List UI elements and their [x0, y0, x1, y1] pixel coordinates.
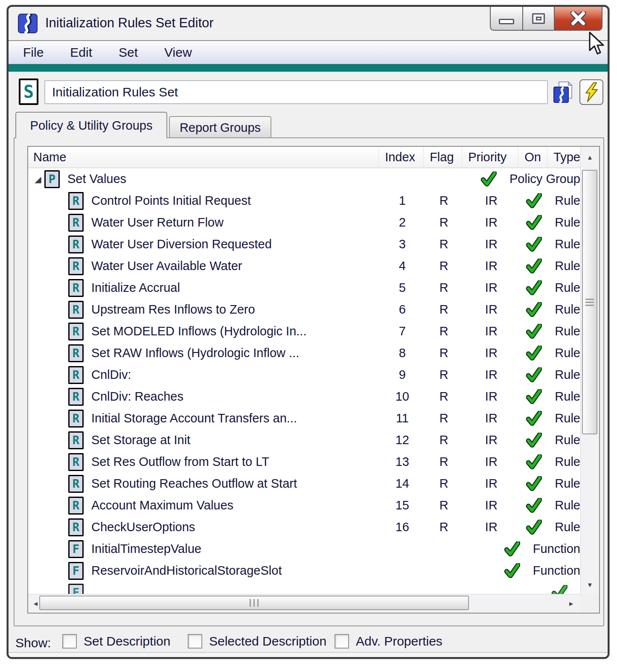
horizontal-scrollbar-thumb[interactable]	[39, 596, 469, 610]
table-row[interactable]: R Water User Available Water 4 R IR Rule	[28, 255, 580, 277]
row-priority: IR	[463, 194, 519, 208]
table-row[interactable]: R CheckUserOptions 16 R IR Rule	[28, 516, 580, 538]
selected-description-checkbox[interactable]	[188, 634, 202, 649]
vertical-scrollbar-thumb[interactable]	[582, 170, 597, 434]
enabled-check-icon	[526, 215, 542, 230]
row-name-cell: R Set Storage at Init	[28, 431, 380, 449]
ruleset-name-input[interactable]	[44, 80, 548, 104]
table-row[interactable]: R Upstream Res Inflows to Zero 6 R IR Ru…	[28, 299, 580, 320]
table-row[interactable]: F ReservoirAndHistoricalStorageSlot Func…	[28, 560, 580, 582]
table-row[interactable]: R Set RAW Inflows (Hydrologic Inflow ...…	[28, 342, 580, 364]
column-header-priority[interactable]: Priority	[462, 147, 518, 168]
function-icon: F	[68, 562, 84, 580]
row-name-cell: F	[28, 584, 405, 594]
column-header-index[interactable]: Index	[379, 147, 424, 168]
enabled-check-icon	[526, 454, 542, 470]
menu-item-view[interactable]: View	[164, 45, 192, 60]
table-row[interactable]: R Initialize Accrual 5 R IR Rule	[28, 277, 580, 299]
row-on-cell	[519, 259, 548, 274]
table-row[interactable]: R Water User Diversion Requested 3 R IR …	[28, 233, 580, 255]
row-flag: R	[425, 520, 463, 534]
row-on-cell	[519, 346, 548, 361]
rule-icon: R	[68, 453, 84, 471]
rule-icon: R	[68, 279, 84, 297]
row-flag: R	[425, 194, 463, 208]
menu-item-file[interactable]: File	[23, 45, 44, 60]
row-name: Set Storage at Init	[91, 433, 190, 447]
execute-rules-button[interactable]	[579, 79, 603, 105]
column-header-flag[interactable]: Flag	[424, 147, 462, 168]
table-row[interactable]: R Set Storage at Init 12 R IR Rule	[28, 429, 580, 451]
table-row[interactable]: R Set Res Outflow from Start to LT 13 R …	[28, 451, 580, 473]
tab-policy-utility-groups[interactable]: Policy & Utility Groups	[15, 112, 167, 138]
tree-expander-icon[interactable]: ◢	[32, 174, 44, 184]
set-description-checkbox[interactable]	[62, 634, 77, 649]
row-name-cell: R Water User Available Water	[28, 257, 380, 275]
row-on-cell	[519, 520, 548, 535]
scroll-up-icon[interactable]: ▲	[581, 148, 599, 166]
column-header-type[interactable]: Type	[547, 147, 580, 168]
row-type: Function	[527, 564, 580, 578]
vertical-scrollbar[interactable]: ▲ ▼	[580, 147, 599, 594]
horizontal-scrollbar[interactable]: ◄ ►	[28, 594, 580, 613]
scroll-right-icon[interactable]: ►	[568, 594, 574, 613]
policy-icon: P	[44, 170, 60, 188]
table-row[interactable]: R CnlDiv: Reaches 10 R IR Rule	[28, 386, 580, 407]
table-row[interactable]: F InitialTimestepValue Function	[28, 538, 580, 560]
row-priority: IR	[463, 411, 519, 425]
row-on-cell	[519, 411, 548, 426]
table-row[interactable]: R Set Routing Reaches Outflow at Start 1…	[28, 473, 580, 495]
titlebar[interactable]: Initialization Rules Set Editor	[9, 7, 608, 40]
table-row[interactable]: R Water User Return Flow 2 R IR Rule	[28, 212, 580, 233]
lightning-bolt-icon	[583, 82, 600, 102]
row-name: ReservoirAndHistoricalStorageSlot	[91, 564, 282, 578]
table-row[interactable]: R CnlDiv: 9 R IR Rule	[28, 364, 580, 386]
row-flag: R	[425, 498, 463, 512]
rule-icon: R	[68, 497, 84, 515]
table-header[interactable]: Name Index Flag Priority On Type	[28, 147, 580, 168]
enabled-check-icon	[504, 563, 520, 579]
row-index: 12	[380, 433, 425, 447]
tab-report-groups[interactable]: Report Groups	[169, 116, 271, 138]
adv-properties-checkbox[interactable]	[335, 634, 349, 649]
rule-icon: R	[68, 323, 84, 340]
row-index: 10	[380, 390, 425, 404]
close-button[interactable]	[555, 7, 602, 31]
row-name-cell: R Upstream Res Inflows to Zero	[28, 301, 380, 319]
row-on-cell	[545, 585, 574, 594]
rule-icon: R	[68, 236, 84, 253]
row-type: Rule	[548, 368, 580, 382]
rule-icon: R	[68, 410, 84, 428]
row-flag: R	[425, 477, 463, 491]
table-row[interactable]: F	[28, 582, 580, 594]
column-header-name[interactable]: Name	[28, 147, 379, 168]
menu-item-set[interactable]: Set	[119, 45, 138, 60]
row-name-cell: R Control Points Initial Request	[28, 192, 380, 210]
table-row[interactable]: R Account Maximum Values 15 R IR Rule	[28, 495, 580, 516]
adv-properties-label: Adv. Properties	[356, 634, 442, 649]
table-row[interactable]: ◢ P Set Values Policy Group	[28, 168, 580, 190]
row-priority: IR	[463, 215, 519, 230]
scroll-down-icon[interactable]: ▼	[581, 576, 599, 593]
enabled-check-icon	[526, 520, 542, 535]
table-row[interactable]: R Initial Storage Account Transfers an..…	[28, 407, 580, 429]
column-header-on[interactable]: On	[518, 147, 547, 168]
row-index: 7	[380, 324, 425, 338]
menu-item-edit[interactable]: Edit	[70, 45, 92, 60]
row-name: Water User Diversion Requested	[91, 237, 272, 251]
table-row[interactable]: R Set MODELED Inflows (Hydrologic In... …	[28, 320, 580, 342]
row-index: 6	[380, 303, 425, 317]
teal-divider	[9, 64, 608, 72]
row-type: Rule	[548, 346, 580, 360]
row-name-cell: R Water User Return Flow	[28, 214, 380, 232]
minimize-button[interactable]	[490, 7, 522, 31]
scroll-left-icon[interactable]: ◄	[32, 594, 39, 613]
maximize-icon	[532, 13, 545, 24]
maximize-button[interactable]	[522, 7, 555, 31]
table-row[interactable]: R Control Points Initial Request 1 R IR …	[28, 190, 580, 212]
function-icon: F	[68, 540, 84, 558]
row-on-cell	[519, 324, 548, 339]
enabled-check-icon	[526, 280, 542, 296]
open-ruleset-button[interactable]	[552, 80, 574, 105]
row-on-cell	[519, 498, 548, 513]
